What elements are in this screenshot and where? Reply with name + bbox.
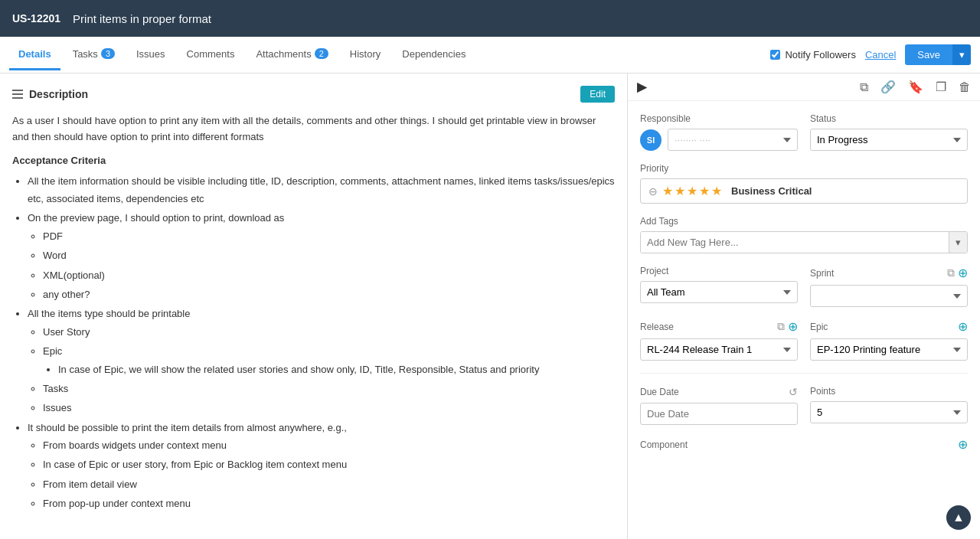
- list-item: It should be possible to print the item …: [28, 419, 615, 513]
- bullet-list: All the item information should be visib…: [12, 172, 615, 513]
- minus-icon[interactable]: ⊖: [648, 185, 658, 198]
- tab-comments[interactable]: Comments: [178, 40, 244, 70]
- responsible-field: Responsible SI ········ ····: [640, 113, 798, 151]
- left-panel: Description Edit As a user I should have…: [0, 74, 628, 539]
- component-field: Component ⊕: [640, 437, 968, 452]
- add-epic-icon[interactable]: ⊕: [958, 319, 968, 334]
- project-sprint-row: Project All Team Sprint ⧉ ⊕: [640, 266, 968, 307]
- priority-name: Business Critical: [731, 185, 812, 197]
- status-label: Status: [810, 113, 968, 124]
- expand-icon[interactable]: ▶: [637, 80, 646, 94]
- tags-label: Add Tags: [640, 216, 968, 227]
- copy-sprint-icon[interactable]: ⧉: [947, 266, 955, 279]
- delete-icon[interactable]: 🗑: [959, 80, 971, 94]
- responsible-label: Responsible: [640, 113, 798, 124]
- release-select[interactable]: RL-244 Release Train 1: [640, 338, 798, 361]
- stars: ★ ★ ★ ★ ★: [662, 184, 722, 198]
- add-component-icon[interactable]: ⊕: [958, 437, 968, 452]
- description-body: As a user I should have option to print …: [12, 113, 615, 145]
- right-body: Responsible SI ········ ···· Status In P…: [628, 101, 980, 476]
- tab-history[interactable]: History: [341, 40, 390, 70]
- points-select[interactable]: 5: [810, 401, 968, 423]
- duedate-field: Due Date ↺: [640, 386, 798, 425]
- bookmark-icon[interactable]: 🔖: [908, 80, 923, 94]
- list-item: PDF: [43, 227, 615, 245]
- link-icon[interactable]: 🔗: [880, 80, 896, 94]
- tab-tasks[interactable]: Tasks 3: [64, 40, 124, 70]
- right-panel: ▶ ⧉ 🔗 🔖 ❐ 🗑 Responsible SI ········ ····: [628, 74, 980, 539]
- list-item: Word: [43, 247, 615, 264]
- list-item: Issues: [43, 399, 615, 416]
- save-dropdown-button[interactable]: ▾: [952, 44, 971, 65]
- tab-details[interactable]: Details: [9, 40, 60, 70]
- list-item: From pop-up under context menu: [43, 495, 615, 512]
- description-header: Description Edit: [12, 86, 615, 103]
- notify-followers-checkbox[interactable]: [770, 50, 780, 60]
- issue-id: US-12201: [12, 12, 60, 24]
- responsible-status-row: Responsible SI ········ ···· Status In P…: [640, 113, 968, 151]
- project-select[interactable]: All Team: [640, 281, 798, 303]
- add-sprint-icon[interactable]: ⊕: [958, 266, 968, 280]
- project-label: Project: [640, 266, 668, 276]
- sprint-select[interactable]: [810, 285, 968, 307]
- hamburger-icon: [12, 90, 23, 99]
- save-button-group: Save ▾: [905, 44, 971, 65]
- tab-issues[interactable]: Issues: [127, 40, 175, 70]
- copy-release-icon[interactable]: ⧉: [777, 320, 785, 333]
- list-item: User Story: [43, 323, 615, 341]
- duplicate-icon[interactable]: ❐: [936, 80, 946, 94]
- list-item: All the items type should be printable U…: [28, 305, 615, 416]
- tags-input-row: ▾: [640, 231, 968, 253]
- list-item: In case of Epic or user story, from Epic…: [43, 456, 615, 473]
- status-field: Status In Progress: [810, 113, 968, 151]
- points-label: Points: [810, 386, 968, 397]
- description-title: Description: [12, 88, 88, 100]
- list-item: Tasks: [43, 380, 615, 397]
- scroll-to-bottom-button[interactable]: ▲: [946, 505, 971, 530]
- list-item: From boards widgets under context menu: [43, 436, 615, 454]
- tasks-badge: 3: [101, 48, 115, 59]
- cancel-button[interactable]: Cancel: [865, 49, 896, 60]
- priority-box: ⊖ ★ ★ ★ ★ ★ Business Critical: [640, 178, 968, 204]
- list-item: From item detail view: [43, 475, 615, 493]
- duedate-input[interactable]: [640, 403, 798, 425]
- notify-followers-label[interactable]: Notify Followers: [770, 49, 855, 60]
- tags-dropdown-button[interactable]: ▾: [949, 232, 967, 253]
- list-item: XML(optional): [43, 266, 615, 284]
- priority-label: Priority: [640, 163, 968, 174]
- tags-input[interactable]: [641, 232, 949, 253]
- add-release-icon[interactable]: ⊕: [788, 319, 798, 334]
- priority-field: Priority ⊖ ★ ★ ★ ★ ★ Business Critical: [640, 163, 968, 204]
- list-item: Epic In case of Epic, we will show the r…: [43, 342, 615, 378]
- responsible-select[interactable]: ········ ····: [668, 129, 798, 151]
- epic-select[interactable]: EP-120 Printing feature: [810, 338, 968, 361]
- right-toolbar: ▶ ⧉ 🔗 🔖 ❐ 🗑: [628, 74, 980, 101]
- list-item: In case of Epic, we will show the relate…: [58, 361, 615, 378]
- tab-attachments[interactable]: Attachments 2: [247, 40, 337, 70]
- acceptance-criteria-label: Acceptance Criteria: [12, 155, 615, 166]
- tab-dependencies[interactable]: Dependencies: [393, 40, 475, 70]
- list-item: any other?: [43, 286, 615, 303]
- main-content: Description Edit As a user I should have…: [0, 74, 980, 539]
- top-bar: US-12201 Print items in proper format: [0, 0, 980, 37]
- epic-label: Epic: [810, 322, 828, 332]
- sprint-field: Sprint ⧉ ⊕: [810, 266, 968, 307]
- list-item: All the item information should be visib…: [28, 172, 615, 208]
- issue-title: Print items in proper format: [73, 12, 211, 25]
- duedate-label: Due Date: [640, 387, 679, 397]
- copy-icon[interactable]: ⧉: [860, 80, 868, 94]
- release-label: Release: [640, 322, 674, 332]
- avatar: SI: [640, 129, 662, 151]
- release-epic-row: Release ⧉ ⊕ RL-244 Release Train 1 Epic …: [640, 319, 968, 361]
- attachments-badge: 2: [315, 48, 328, 59]
- list-item: On the preview page, I should option to …: [28, 209, 615, 303]
- edit-button[interactable]: Edit: [580, 86, 615, 103]
- epic-field: Epic ⊕ EP-120 Printing feature: [810, 319, 968, 361]
- sprint-label: Sprint: [810, 268, 834, 279]
- refresh-duedate-icon[interactable]: ↺: [789, 386, 798, 398]
- save-button[interactable]: Save: [905, 44, 952, 65]
- release-field: Release ⧉ ⊕ RL-244 Release Train 1: [640, 319, 798, 361]
- points-field: Points 5: [810, 386, 968, 425]
- status-select[interactable]: In Progress: [810, 129, 968, 151]
- component-label: Component: [640, 439, 688, 450]
